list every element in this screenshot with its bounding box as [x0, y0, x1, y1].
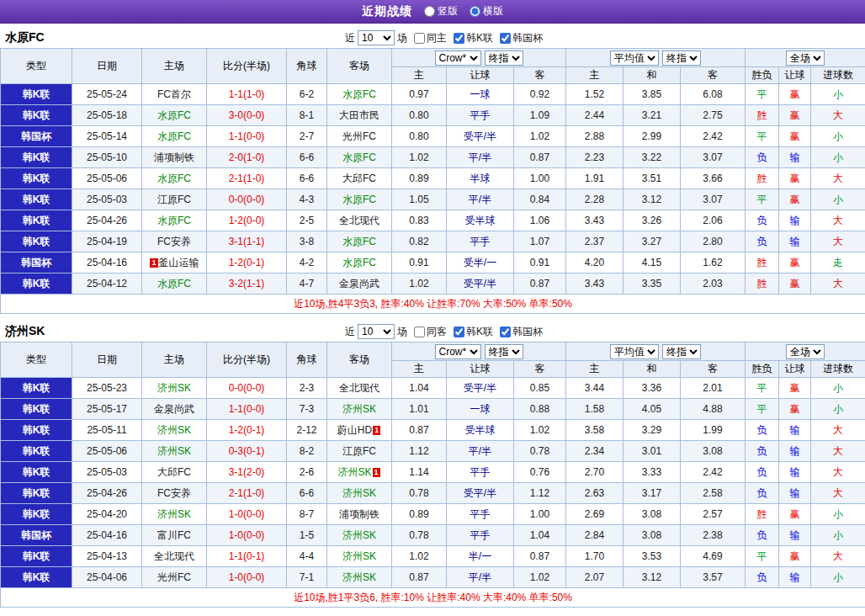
result-handicap: 赢	[779, 168, 811, 189]
result-goals: 走	[811, 252, 865, 273]
result-handicap: 赢	[779, 399, 811, 420]
euro-stage-select[interactable]: 终指	[662, 344, 701, 359]
asian-handicap: 受平/半	[447, 483, 514, 504]
asian-handicap: 平手	[447, 105, 514, 126]
red-card-badge: 1	[373, 468, 380, 477]
col-header-asian-away: 客	[514, 67, 566, 84]
asian-home-odds: 0.91	[392, 252, 447, 273]
match-score: 1-1(1-0)	[207, 84, 287, 105]
match-row: 韩K联25-05-24FC首尔1-1(1-0)6-2水原FC0.97一球0.92…	[1, 84, 865, 105]
asian-handicap: 平手	[447, 231, 514, 252]
bookmaker-select[interactable]: Crow*	[435, 344, 481, 359]
result-wdl: 胜	[746, 504, 779, 525]
avg-home-odds: 4.20	[566, 252, 624, 273]
cup-checkbox[interactable]	[500, 33, 511, 44]
avg-home-odds: 2.07	[566, 567, 624, 588]
layout-radio-vertical[interactable]: 竖版	[424, 4, 458, 19]
avg-home-odds: 2.88	[566, 126, 624, 147]
recent-count-select[interactable]: 10	[358, 324, 395, 339]
avg-source-select[interactable]: 平均值	[610, 344, 659, 359]
team-cell: 济州SK	[327, 546, 392, 567]
league-type-cell: 韩K联	[1, 84, 72, 105]
corner-score: 8-1	[287, 105, 327, 126]
result-wdl: 平	[746, 126, 779, 147]
euro-stage-select[interactable]: 终指	[662, 50, 701, 66]
match-score: 1-0(0-0)	[207, 567, 287, 588]
team-cell: 济州SK	[327, 525, 392, 546]
asian-away-odds: 0.92	[514, 84, 566, 105]
scope-select[interactable]: 全场	[786, 50, 825, 66]
match-row: 韩K联25-05-03大邱FC3-1(2-0)2-6济州SK11.14平手0.7…	[1, 462, 865, 483]
bookmaker-select[interactable]: Crow*	[435, 50, 481, 66]
match-row: 韩国杯25-04-161釜山运输1-2(0-1)4-2水原FC0.91受半/一0…	[1, 252, 865, 273]
result-handicap: 输	[779, 210, 811, 231]
same-venue-checkbox[interactable]	[414, 327, 425, 337]
match-date: 25-05-18	[72, 105, 142, 126]
league-filter-kleague[interactable]: 韩K联	[449, 31, 493, 45]
avg-away-odds: 2.38	[681, 525, 746, 546]
result-wdl: 胜	[746, 273, 779, 295]
match-score: 1-2(0-1)	[207, 252, 287, 273]
avg-draw-odds: 4.05	[624, 399, 681, 420]
avg-draw-odds: 3.53	[624, 546, 681, 567]
match-row: 韩K联25-04-26水原FC1-2(0-0)2-5全北现代0.83受半球1.0…	[1, 210, 865, 231]
avg-draw-odds: 3.08	[624, 504, 681, 525]
team-cell: 水原FC	[327, 189, 392, 210]
team-cell: 大邱FC	[142, 462, 207, 483]
team-cell: 济州SK	[142, 420, 207, 441]
cup-checkbox[interactable]	[500, 327, 511, 337]
summary-row: 近10场,胜4平3负3, 胜率:40% 让胜率:70% 大率:50% 单率:50…	[1, 295, 865, 314]
avg-away-odds: 3.66	[681, 168, 746, 189]
team-name-text: 大田市民	[339, 109, 379, 121]
filter-bar: 近 10 场 同主 韩K联 韩国杯	[345, 30, 543, 45]
recent-count-select[interactable]: 10	[358, 30, 395, 45]
team-name-text: 金泉尚武	[154, 403, 194, 415]
asian-away-odds: 1.07	[514, 231, 566, 252]
match-score: 1-1(0-0)	[207, 399, 287, 420]
league-filter-cup[interactable]: 韩国杯	[496, 325, 543, 339]
horizontal-radio-input[interactable]	[470, 6, 480, 17]
asian-home-odds: 0.80	[392, 126, 447, 147]
result-handicap: 赢	[779, 546, 811, 567]
vertical-radio-input[interactable]	[424, 6, 435, 17]
scope-select[interactable]: 全场	[786, 344, 825, 359]
league-type-cell: 韩K联	[1, 378, 72, 399]
same-venue-filter[interactable]: 同客	[410, 325, 447, 339]
corner-score: 3-8	[287, 231, 327, 252]
team-cell: 水原FC	[327, 231, 392, 252]
league-type-cell: 韩K联	[1, 147, 72, 168]
same-venue-checkbox[interactable]	[414, 33, 425, 44]
same-venue-filter[interactable]: 同主	[410, 31, 447, 45]
team-name-text: 全北现代	[154, 550, 194, 562]
asian-stage-select[interactable]: 终指	[485, 344, 523, 359]
match-date: 25-04-12	[72, 273, 142, 295]
league-filter-kleague[interactable]: 韩K联	[449, 325, 493, 339]
corner-score: 4-4	[287, 546, 327, 567]
result-wdl: 负	[746, 231, 779, 252]
team-name-text: 济州SK	[337, 466, 371, 478]
record-summary: 近10场,胜4平3负3, 胜率:40% 让胜率:70% 大率:50% 单率:50…	[1, 295, 865, 314]
league-type-cell: 韩K联	[1, 105, 72, 126]
league-type-cell: 韩K联	[1, 399, 72, 420]
league-filter-cup[interactable]: 韩国杯	[496, 31, 543, 45]
col-header-date: 日期	[72, 49, 142, 84]
asian-handicap: 平/半	[447, 567, 514, 588]
team-cell: 济州SK	[327, 483, 392, 504]
col-header-avg-home: 主	[566, 361, 624, 378]
corner-score: 4-2	[287, 252, 327, 273]
kleague-checkbox[interactable]	[454, 327, 464, 337]
league-type-cell: 韩K联	[1, 462, 72, 483]
asian-handicap: 半/一	[447, 546, 514, 567]
result-handicap: 输	[779, 231, 811, 252]
asian-stage-select[interactable]: 终指	[485, 50, 523, 66]
asian-home-odds: 0.89	[392, 504, 447, 525]
layout-radio-horizontal[interactable]: 横版	[470, 4, 503, 19]
league-type-cell: 韩K联	[1, 168, 72, 189]
avg-away-odds: 3.07	[681, 147, 746, 168]
match-score: 1-1(0-0)	[207, 126, 287, 147]
kleague-checkbox[interactable]	[454, 33, 464, 44]
avg-away-odds: 3.07	[681, 189, 746, 210]
team-cell: 浦项制铁	[327, 504, 392, 525]
avg-source-select[interactable]: 平均值	[610, 50, 659, 66]
team-cell: 水原FC	[327, 84, 392, 105]
